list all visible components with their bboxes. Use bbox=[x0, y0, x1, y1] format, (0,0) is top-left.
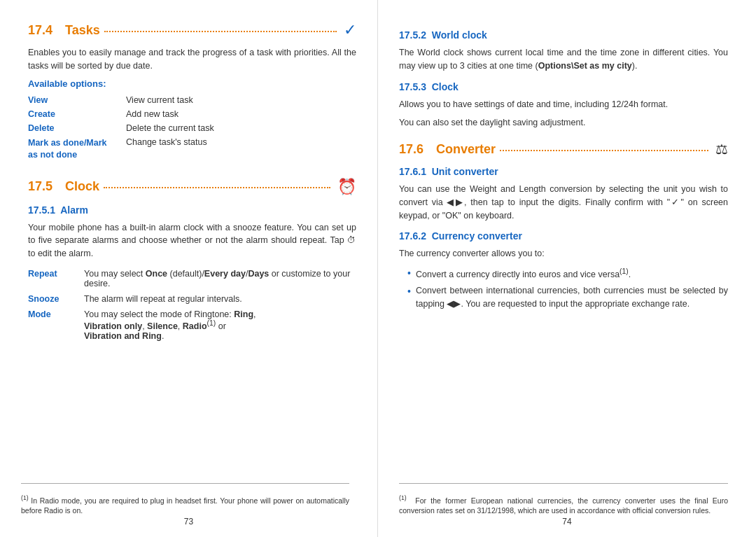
page-spread: 17.4 Tasks ✓ Enables you to easily manag… bbox=[0, 0, 756, 537]
section-17-4-name: Tasks bbox=[65, 23, 100, 38]
currency-converter-intro: The currency converter allows you to: bbox=[399, 247, 728, 260]
converter-icon: ⚖ bbox=[715, 141, 728, 158]
alarm-def-mode: You may select the mode of Ringtone: Rin… bbox=[84, 307, 356, 344]
left-page-footnote: (1) In Radio mode, you are required to p… bbox=[21, 483, 349, 516]
section-17-4-number: 17.4 bbox=[28, 23, 52, 38]
option-term-view: View bbox=[28, 93, 126, 107]
section-17-6-name: Converter bbox=[436, 142, 496, 157]
clock-description-2: You can also set the daylight saving adj… bbox=[399, 116, 728, 130]
section-17-5-3-title: 17.5.3 Clock bbox=[399, 81, 728, 92]
section-17-6-number: 17.6 bbox=[399, 142, 424, 157]
right-page-number: 74 bbox=[562, 517, 571, 526]
dotted-line-17-6 bbox=[500, 150, 708, 151]
section-17-6-spacer bbox=[429, 142, 436, 157]
section-17-4-spacer bbox=[58, 23, 65, 38]
section-17-5-2-title: 17.5.2 World clock bbox=[399, 29, 728, 41]
option-def-create: Add new task bbox=[126, 107, 356, 121]
section-17-5-spacer bbox=[58, 179, 65, 194]
tasks-options-table: View View current task Create Add new ta… bbox=[28, 93, 356, 164]
footnote-text: (1) In Radio mode, you are required to p… bbox=[21, 494, 349, 516]
table-row: Delete Delete the current task bbox=[28, 121, 356, 135]
right-page: 17.5.2 World clock The World clock shows… bbox=[378, 0, 756, 537]
table-row: Mode You may select the mode of Ringtone… bbox=[28, 307, 356, 344]
list-item: Convert a currency directly into euros a… bbox=[407, 266, 728, 281]
section-17-5-name: Clock bbox=[65, 179, 99, 194]
section-17-4-header: 17.4 Tasks ✓ bbox=[28, 21, 356, 39]
section-17-6-2-title: 17.6.2 Currency converter bbox=[399, 230, 728, 242]
alarm-term-repeat: Repeat bbox=[28, 266, 84, 291]
option-term-delete: Delete bbox=[28, 121, 126, 135]
section-17-4-description: Enables you to easily manage and track t… bbox=[28, 46, 356, 73]
table-row: Mark as done/Markas not done Change task… bbox=[28, 135, 356, 164]
option-def-view: View current task bbox=[126, 93, 356, 107]
section-17-6-1-title: 17.6.1 Unit converter bbox=[399, 166, 728, 177]
option-def-delete: Delete the current task bbox=[126, 121, 356, 135]
section-17-6-header: 17.6 Converter ⚖ bbox=[399, 141, 728, 158]
unit-converter-description: You can use the Weight and Length conver… bbox=[399, 183, 728, 222]
right-page-footnote: (1) For the former European national cur… bbox=[399, 483, 728, 516]
left-page-number: 73 bbox=[184, 517, 193, 526]
available-options-label: Available options: bbox=[28, 78, 356, 89]
table-row: Create Add new task bbox=[28, 107, 356, 121]
clock-icon: ⏰ bbox=[337, 178, 356, 196]
list-item: Convert between international currencies… bbox=[407, 284, 728, 311]
dotted-line-17-5 bbox=[104, 187, 330, 188]
alarm-description: Your mobile phone has a built-in alarm c… bbox=[28, 221, 356, 260]
section-17-5-header: 17.5 Clock ⏰ bbox=[28, 178, 356, 196]
option-term-mark: Mark as done/Markas not done bbox=[28, 135, 126, 164]
table-row: Snooze The alarm will repeat at regular … bbox=[28, 291, 356, 307]
world-clock-description: The World clock shows current local time… bbox=[399, 46, 728, 73]
option-term-create: Create bbox=[28, 107, 126, 121]
alarm-term-snooze: Snooze bbox=[28, 291, 84, 307]
alarm-settings-table: Repeat You may select Once (default)/Eve… bbox=[28, 266, 356, 344]
currency-bullets: Convert a currency directly into euros a… bbox=[407, 266, 728, 310]
section-17-5-number: 17.5 bbox=[28, 179, 52, 194]
alarm-def-snooze: The alarm will repeat at regular interva… bbox=[84, 291, 356, 307]
clock-description-1: Allows you to have settings of date and … bbox=[399, 98, 728, 111]
alarm-def-repeat: You may select Once (default)/Every day/… bbox=[84, 266, 356, 291]
right-footnote-text: (1) For the former European national cur… bbox=[399, 494, 728, 516]
dotted-line-17-4 bbox=[104, 31, 337, 32]
table-row: Repeat You may select Once (default)/Eve… bbox=[28, 266, 356, 291]
option-def-mark: Change task's status bbox=[126, 135, 356, 164]
section-17-5-1-title: 17.5.1 Alarm bbox=[28, 204, 356, 216]
table-row: View View current task bbox=[28, 93, 356, 107]
alarm-term-mode: Mode bbox=[28, 307, 84, 344]
tasks-icon: ✓ bbox=[344, 21, 356, 39]
left-page: 17.4 Tasks ✓ Enables you to easily manag… bbox=[0, 0, 378, 537]
